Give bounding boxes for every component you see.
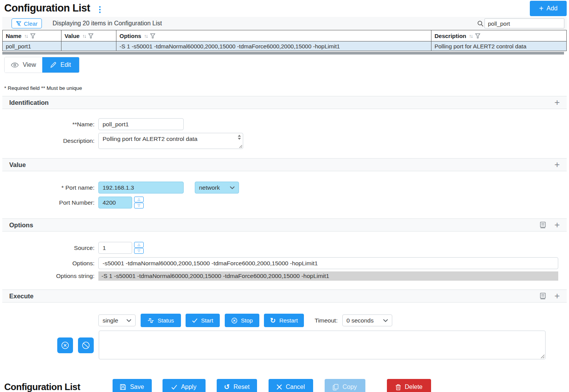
- source-label: Source:: [2, 245, 98, 251]
- port-number-label: Port Number:: [2, 199, 98, 206]
- options-string-label: Options string:: [2, 273, 98, 280]
- cell-description[interactable]: Polling port for ALERT2 control data: [431, 41, 567, 51]
- expand-icon[interactable]: +: [554, 160, 560, 169]
- port-type-value: network: [199, 184, 220, 191]
- sort-icon[interactable]: ↑↓: [144, 33, 148, 39]
- name-input[interactable]: [98, 118, 184, 130]
- spinner-up-button[interactable]: △: [134, 197, 144, 202]
- sort-icon[interactable]: ↑↓: [24, 33, 28, 39]
- filter-icon[interactable]: [475, 33, 480, 38]
- expand-icon[interactable]: +: [554, 98, 560, 107]
- port-name-input[interactable]: [98, 182, 184, 194]
- options-input[interactable]: [98, 257, 558, 269]
- check-icon: [192, 318, 197, 323]
- expand-icon[interactable]: +: [554, 291, 560, 301]
- reset-button-label: Reset: [234, 384, 250, 390]
- footer-title: Configuration List: [4, 382, 80, 392]
- column-header-value[interactable]: Value↑↓: [61, 30, 116, 41]
- pencil-icon: [50, 62, 56, 68]
- search-input[interactable]: [484, 18, 564, 28]
- configuration-table: Name↑↓ Value↑↓ Options↑↓ Description↑↓ p…: [2, 30, 567, 51]
- clear-output-button[interactable]: [57, 337, 73, 353]
- section-identification: Identification + **Name: Description: Po…: [2, 96, 567, 154]
- resize-grip-icon[interactable]: [239, 145, 242, 148]
- trash-icon: [395, 384, 401, 390]
- source-spinner: △ ▽: [134, 242, 144, 254]
- source-input[interactable]: [98, 242, 132, 254]
- sort-icon[interactable]: ↑↓: [82, 33, 86, 39]
- stop-button[interactable]: Stop: [225, 314, 259, 327]
- clear-filters-button[interactable]: Clear: [12, 18, 42, 28]
- section-value-header[interactable]: Value +: [2, 158, 567, 171]
- expand-icon[interactable]: +: [554, 220, 560, 230]
- tab-edit[interactable]: Edit: [42, 57, 79, 73]
- required-fields-legend: * Required field ** Must be unique: [4, 85, 567, 91]
- description-scrollbar[interactable]: [237, 134, 242, 140]
- copy-button-label: Copy: [342, 384, 357, 390]
- chevron-down-icon: [383, 319, 388, 322]
- column-header-description[interactable]: Description↑↓: [431, 30, 567, 41]
- timeout-label: Timeout:: [315, 317, 338, 324]
- table-row[interactable]: poll_port1 -S 1 -s50001 -tdmaNormal60000…: [3, 41, 567, 51]
- app-header: Configuration List + Add: [2, 0, 567, 17]
- restart-button[interactable]: ↻ Restart: [264, 314, 304, 327]
- run-mode-select[interactable]: single: [98, 314, 136, 326]
- column-header-options[interactable]: Options↑↓: [116, 30, 431, 41]
- save-button-label: Save: [130, 384, 144, 390]
- document-icon[interactable]: [540, 293, 546, 299]
- spinner-down-button[interactable]: ▽: [134, 248, 144, 254]
- document-icon[interactable]: [540, 222, 546, 228]
- status-button[interactable]: Status: [141, 314, 181, 327]
- tab-view-label: View: [23, 61, 36, 68]
- spinner-down-button[interactable]: ▽: [134, 203, 144, 208]
- run-mode-value: single: [103, 317, 118, 324]
- filter-icon[interactable]: [88, 33, 93, 38]
- section-identification-header[interactable]: Identification +: [2, 96, 567, 109]
- cell-options[interactable]: -S 1 -s50001 -tdmaNormal60000,2000,15000…: [116, 41, 431, 51]
- execute-output-textarea[interactable]: [99, 331, 546, 359]
- delete-button[interactable]: Delete: [387, 379, 431, 392]
- kebab-menu-icon[interactable]: [99, 6, 101, 13]
- delete-button-label: Delete: [405, 384, 423, 390]
- section-title: Options: [9, 222, 33, 229]
- pulse-icon: [148, 318, 154, 323]
- section-options-header[interactable]: Options +: [2, 218, 567, 232]
- search-area: [477, 18, 564, 28]
- filter-icon[interactable]: [150, 33, 155, 38]
- slash-circle-icon: [82, 341, 90, 349]
- column-header-name[interactable]: Name↑↓: [3, 30, 61, 41]
- port-type-select[interactable]: network: [195, 182, 239, 194]
- reset-button[interactable]: ↺ Reset: [217, 379, 257, 392]
- apply-button-label: Apply: [181, 384, 196, 390]
- resize-grip-icon[interactable]: [541, 354, 545, 359]
- start-button[interactable]: Start: [186, 314, 220, 327]
- spinner-up-button[interactable]: △: [134, 242, 144, 248]
- tab-view[interactable]: View: [5, 57, 42, 73]
- section-title: Identification: [9, 99, 49, 106]
- copy-button[interactable]: Copy: [325, 379, 365, 392]
- start-button-label: Start: [201, 317, 213, 324]
- sort-icon[interactable]: ↑↓: [469, 33, 473, 39]
- options-string-value: -S 1 -s50001 -tdmaNormal60000,2000,15000…: [98, 271, 558, 281]
- port-number-input[interactable]: [98, 197, 132, 208]
- filter-icon[interactable]: [30, 33, 35, 38]
- section-options: Options + Source: △ ▽ Options: Options s…: [2, 218, 567, 286]
- chevron-down-icon: [230, 186, 235, 189]
- description-label: Description:: [2, 137, 98, 144]
- add-button[interactable]: + Add: [530, 1, 567, 16]
- cell-name[interactable]: poll_port1: [3, 41, 61, 51]
- apply-button[interactable]: Apply: [163, 379, 206, 392]
- stop-button-label: Stop: [241, 317, 253, 324]
- section-execute-header[interactable]: Execute +: [2, 289, 567, 303]
- save-button[interactable]: Save: [113, 379, 152, 392]
- rotate-cw-icon: ↻: [270, 317, 276, 324]
- cell-value[interactable]: [61, 41, 116, 51]
- disable-output-button[interactable]: [78, 337, 94, 353]
- rotate-ccw-icon: ↺: [224, 384, 230, 390]
- cancel-button[interactable]: Cancel: [269, 379, 313, 392]
- description-textarea[interactable]: Polling port for ALERT2 control data: [98, 133, 243, 149]
- plus-icon: +: [539, 5, 544, 12]
- status-button-label: Status: [158, 317, 174, 324]
- table-horizontal-scrollbar[interactable]: [2, 52, 564, 55]
- timeout-select[interactable]: 0 seconds: [342, 314, 392, 326]
